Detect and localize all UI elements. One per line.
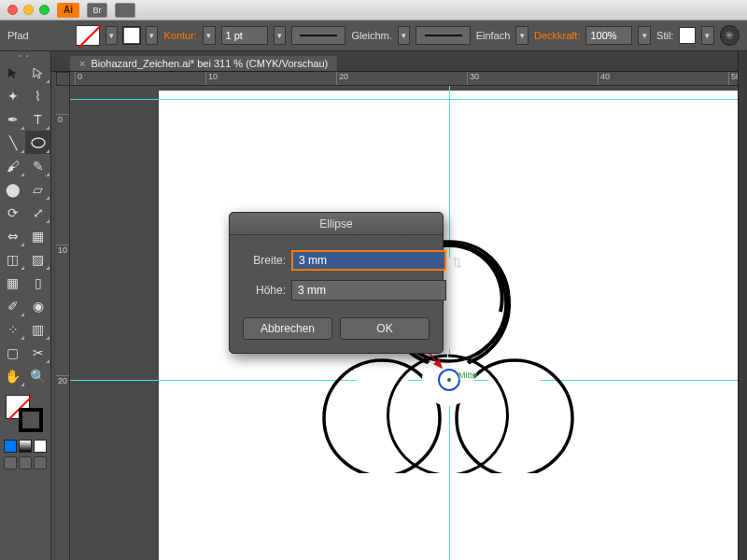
line-tool[interactable]: ╲ — [0, 131, 25, 154]
gear-icon[interactable]: ✳ — [720, 25, 740, 46]
color-mode-solid[interactable] — [4, 440, 17, 453]
magic-wand-tool[interactable]: ✦ — [0, 84, 25, 107]
style-label: Stil: — [656, 30, 673, 41]
dialog-title[interactable]: Ellipse — [230, 213, 443, 235]
width-input[interactable] — [291, 250, 446, 271]
control-bar: Pfad Kontur: Gleichm. Einfach Deckkraft:… — [0, 21, 747, 51]
ruler-horizontal[interactable]: 01020304050 — [70, 72, 738, 86]
selection-type-label: Pfad — [7, 30, 29, 41]
stroke-weight-stepper[interactable] — [203, 26, 216, 45]
draw-normal[interactable] — [4, 456, 17, 469]
paintbrush-tool[interactable]: 🖌 — [0, 154, 25, 177]
zoom-tool[interactable]: 🔍 — [25, 364, 50, 387]
pen-tool[interactable]: ✒ — [0, 107, 25, 131]
window-controls — [7, 5, 49, 15]
graph-tool[interactable]: ▥ — [25, 317, 50, 341]
fill-dropdown[interactable] — [106, 26, 119, 45]
maximize-icon[interactable] — [39, 5, 49, 15]
selection-tool[interactable] — [0, 61, 25, 84]
direct-selection-tool[interactable] — [25, 61, 50, 84]
draw-inside[interactable] — [34, 456, 47, 469]
height-label: Höhe: — [243, 284, 286, 297]
screen-mode-row — [0, 453, 50, 473]
eyedropper-tool[interactable]: ✐ — [0, 294, 25, 317]
blob-brush-tool[interactable]: ⬤ — [0, 177, 25, 201]
eraser-tool[interactable]: ▱ — [25, 177, 50, 201]
ruler-vertical[interactable]: 01020 — [56, 86, 70, 560]
height-input[interactable] — [291, 280, 446, 301]
gradient-tool[interactable]: ▯ — [25, 271, 50, 294]
color-mode-gradient[interactable] — [19, 440, 32, 453]
stroke-swatch[interactable] — [123, 27, 140, 44]
shape-builder-tool[interactable]: ◫ — [0, 247, 25, 271]
color-mode-none[interactable] — [34, 440, 47, 453]
stroke-cap-dropdown[interactable] — [398, 26, 411, 45]
blend-tool[interactable]: ◉ — [25, 294, 50, 317]
pencil-tool[interactable]: ✎ — [25, 154, 50, 177]
close-tab-icon[interactable]: × — [79, 58, 85, 69]
opacity-input[interactable] — [585, 26, 632, 45]
panel-grip[interactable] — [0, 51, 50, 61]
document-tab-title: Biohazard_Zeichen.ai* bei 311 % (CMYK/Vo… — [91, 58, 328, 69]
scale-tool[interactable]: ⤢ — [25, 201, 50, 224]
document-tabs: ◀◀ × Biohazard_Zeichen.ai* bei 311 % (CM… — [0, 51, 747, 72]
ellipse-tool[interactable] — [25, 131, 50, 154]
stroke-cap-label: Gleichm. — [351, 30, 391, 41]
free-transform-tool[interactable]: ▦ — [25, 224, 50, 247]
width-label: Breite: — [243, 254, 286, 267]
smart-guide-label: Mitte — [458, 371, 477, 380]
mesh-tool[interactable]: ▦ — [0, 271, 25, 294]
app-badge: Ai — [57, 3, 79, 18]
fill-stroke-indicator[interactable] — [0, 393, 50, 438]
cancel-button[interactable]: Abbrechen — [243, 317, 332, 340]
opacity-dropdown[interactable] — [638, 26, 651, 45]
stroke-indicator[interactable] — [19, 408, 43, 432]
canvas[interactable]: Abbildung: 31 — [70, 86, 738, 560]
color-mode-row — [0, 440, 50, 453]
lasso-tool[interactable]: ⌇ — [25, 84, 50, 107]
bridge-button[interactable]: Br — [87, 3, 107, 18]
stroke-cap-preview[interactable] — [291, 26, 345, 45]
svg-point-0 — [32, 138, 45, 147]
minimize-icon[interactable] — [23, 5, 34, 15]
center-anchor — [447, 378, 451, 382]
guide-horizontal-top[interactable] — [70, 99, 738, 100]
arrange-docs-button[interactable] — [115, 3, 135, 18]
rotate-tool[interactable]: ⟳ — [0, 201, 25, 224]
ellipse-dialog: Ellipse Breite: Höhe: ⇅ Abbrechen OK — [229, 212, 444, 354]
artboard-tool[interactable]: ▢ — [0, 341, 25, 364]
link-dimensions-icon[interactable]: ⇅ — [452, 250, 462, 274]
style-dropdown[interactable] — [701, 26, 714, 45]
symbol-sprayer-tool[interactable]: ⁘ — [0, 317, 25, 341]
stroke-profile-dropdown[interactable] — [515, 26, 529, 45]
title-bar: Ai Br — [0, 0, 747, 21]
fill-swatch[interactable] — [76, 25, 99, 46]
width-tool[interactable]: ⇔ — [0, 224, 25, 247]
stroke-label: Kontur: — [163, 30, 196, 41]
ok-button[interactable]: OK — [340, 317, 430, 340]
slice-tool[interactable]: ✂ — [25, 341, 50, 364]
hand-tool[interactable]: ✋ — [0, 364, 25, 387]
perspective-tool[interactable]: ▨ — [25, 247, 50, 271]
stroke-dropdown[interactable] — [146, 26, 159, 45]
stroke-profile-label: Einfach — [476, 30, 511, 41]
stroke-profile-preview[interactable] — [416, 26, 470, 45]
document-tab[interactable]: × Biohazard_Zeichen.ai* bei 311 % (CMYK/… — [70, 56, 337, 71]
stroke-weight-dropdown[interactable] — [274, 26, 287, 45]
tool-panel: ✦ ⌇ ✒ T ╲ 🖌 ✎ ⬤ ▱ ⟳ ⤢ ⇔ ▦ ◫ ▨ ▦ ▯ ✐ ◉ ⁘ … — [0, 51, 51, 560]
ruler-origin[interactable] — [56, 72, 70, 86]
stroke-weight-input[interactable] — [221, 26, 268, 45]
right-panel-edge[interactable] — [738, 51, 747, 560]
close-icon[interactable] — [7, 5, 18, 15]
style-swatch[interactable] — [679, 27, 696, 44]
type-tool[interactable]: T — [25, 107, 50, 131]
draw-behind[interactable] — [19, 456, 32, 469]
opacity-label: Deckkraft: — [534, 30, 581, 41]
